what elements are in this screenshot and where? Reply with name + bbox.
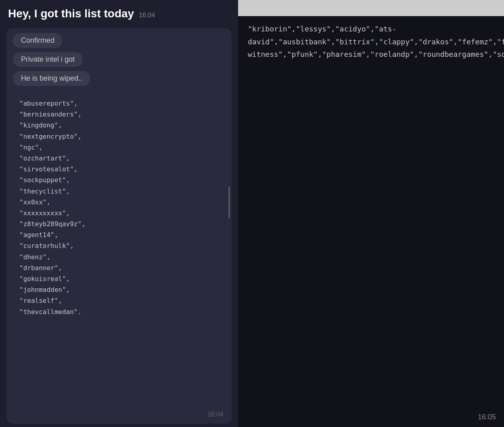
code-line: "xx0xx", bbox=[19, 197, 219, 208]
code-line: "abusereports", bbox=[19, 98, 219, 109]
message-header: Hey, I got this list today 16:04 bbox=[0, 0, 238, 25]
right-panel: "kriborin","lessys","acidyo","ats-david"… bbox=[238, 0, 504, 427]
pill-wiped: He is being wiped.. bbox=[13, 71, 225, 90]
message-header-time: 16:04 bbox=[139, 12, 155, 19]
code-line: "roelandp", bbox=[370, 50, 418, 58]
code-block-left: "abusereports", "berniesanders", "kingdo… bbox=[13, 93, 225, 322]
code-line: "curatorhulk", bbox=[19, 240, 219, 251]
code-line: "ngc", bbox=[19, 142, 219, 153]
code-line: "johnmadden", bbox=[19, 284, 219, 295]
left-panel: Hey, I got this list today 16:04 Confirm… bbox=[0, 0, 238, 427]
code-line: "agent14", bbox=[19, 229, 219, 240]
bubble-time-left: 16:04 bbox=[207, 411, 224, 418]
message-title-text: Hey, I got this list today bbox=[8, 7, 134, 20]
message-title: Hey, I got this list today 16:04 bbox=[8, 7, 230, 20]
code-line: "ozchartart", bbox=[19, 153, 219, 164]
right-top-bar bbox=[238, 0, 504, 16]
code-line: "dhenz", bbox=[19, 252, 219, 262]
code-line: "thevcallmedan". bbox=[19, 306, 219, 317]
code-line: "fefemz", bbox=[458, 37, 497, 46]
code-line: "nextgencrypto", bbox=[19, 131, 219, 142]
pill-tag-confirmed: Confirmed bbox=[13, 33, 63, 48]
code-line: "sooty", bbox=[493, 50, 504, 58]
code-line: "drbanner", bbox=[19, 262, 219, 273]
scroll-indicator[interactable] bbox=[228, 186, 230, 219]
pill-confirmed: Confirmed bbox=[13, 33, 225, 52]
code-line: "kriborin", bbox=[248, 25, 296, 33]
right-time: 16:05 bbox=[478, 413, 496, 421]
right-content: "kriborin","lessys","acidyo","ats-david"… bbox=[238, 16, 504, 427]
code-line: "thecyclist", bbox=[19, 186, 219, 197]
pill-tag-wiped: He is being wiped.. bbox=[13, 71, 90, 86]
code-line: "kingdong", bbox=[19, 120, 219, 131]
code-line: "berniesanders", bbox=[19, 109, 219, 120]
code-line: "realself", bbox=[19, 295, 219, 306]
code-line: "sirvotesalot", bbox=[19, 164, 219, 175]
code-line: "z8teyb289qav9z", bbox=[19, 219, 219, 229]
code-line: "ausbitbank", bbox=[278, 37, 335, 46]
code-line: "bittrix", bbox=[335, 37, 379, 46]
code-line: "drakos", bbox=[418, 37, 458, 46]
right-code-list: "kriborin","lessys","acidyo","ats-david"… bbox=[248, 23, 494, 61]
pill-private-intel: Private intel i got bbox=[13, 52, 225, 71]
code-line: "pharesim", bbox=[322, 50, 370, 58]
code-line: "acidyo", bbox=[335, 25, 375, 33]
pill-tag-private: Private intel i got bbox=[13, 52, 83, 67]
code-line: "lessys", bbox=[296, 25, 335, 33]
code-line: "gokuisreal", bbox=[19, 273, 219, 284]
code-line: "roundbeargames", bbox=[418, 50, 493, 58]
code-line: "freedom", bbox=[497, 37, 504, 46]
code-line: "clappy", bbox=[379, 37, 418, 46]
code-line: "xxxxxxxxxx", bbox=[19, 208, 219, 219]
message-bubble: Confirmed Private intel i got He is bein… bbox=[6, 28, 232, 424]
code-line: "sockpuppet", bbox=[19, 175, 219, 185]
code-line: "pfunk", bbox=[287, 50, 322, 58]
